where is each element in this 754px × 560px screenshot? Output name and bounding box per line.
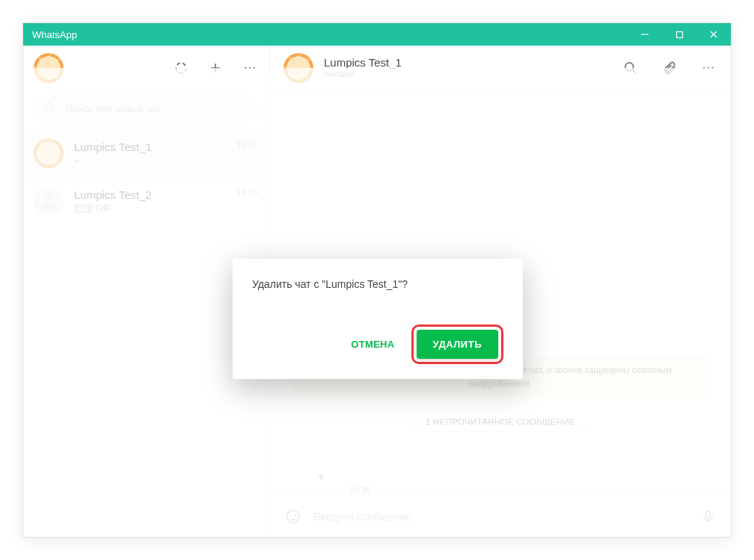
- window-controls: [628, 23, 731, 46]
- delete-button[interactable]: УДАЛИТЬ: [417, 330, 499, 359]
- maximize-button[interactable]: [662, 23, 696, 46]
- app-body: Lumpics Test_1 + 15:36 Lumpics Test_2 GI…: [23, 46, 731, 537]
- svg-rect-1: [676, 31, 682, 37]
- cancel-button[interactable]: ОТМЕНА: [346, 331, 399, 357]
- minimize-button[interactable]: [628, 23, 662, 46]
- app-title: WhatsApp: [23, 29, 77, 40]
- confirm-dialog: Удалить чат с "Lumpics Test_1"? ОТМЕНА У…: [233, 259, 523, 379]
- titlebar: WhatsApp: [23, 23, 731, 46]
- app-window: WhatsApp: [22, 22, 732, 538]
- contact-name: Lumpics Test_1: [324, 56, 402, 69]
- dialog-actions: ОТМЕНА УДАЛИТЬ: [252, 324, 503, 364]
- delete-button-highlight: УДАЛИТЬ: [411, 324, 504, 364]
- dialog-message: Удалить чат с "Lumpics Test_1"?: [252, 278, 503, 290]
- close-button[interactable]: [696, 23, 731, 46]
